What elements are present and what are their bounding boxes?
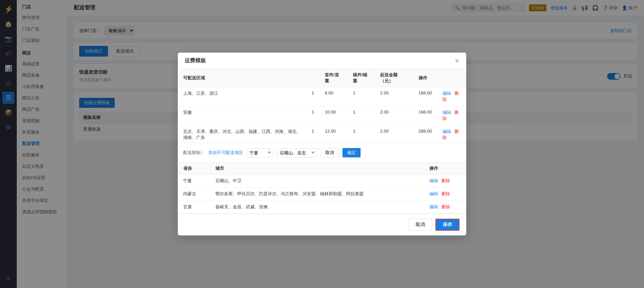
zone-actions-2: 编辑 删除 — [437, 125, 466, 143]
zone-first-2: 12.00 — [319, 125, 347, 143]
zone-qty1-0: 1 — [306, 87, 319, 106]
freight-zones-table-wrapper: 可配送区域 首件/首重 续件/续重 起送金额（元） 操作 上海、江苏、浙江 — [178, 69, 466, 143]
nd-del-btn-0[interactable]: 删除 — [441, 178, 450, 183]
zone-qty2-0: 1 — [347, 87, 375, 106]
modal-overlay: 运费模板 ✕ 可配送区域 首件/首重 续件/续重 起送金额（元） 操作 — [0, 0, 644, 288]
zone-qty1-1: 1 — [306, 106, 319, 125]
col-action — [437, 69, 466, 87]
zone-region-0: 上海、江苏、浙江 — [178, 87, 306, 106]
zone-region-1: 安徽 — [178, 106, 306, 125]
col-region: 可配送区域 — [178, 69, 306, 87]
modal-cancel-btn[interactable]: 取消 — [409, 219, 432, 231]
city-select[interactable]: 石嘴山、吴忠 — [277, 148, 317, 157]
zone-edit-btn-2[interactable]: 编辑 — [442, 129, 451, 134]
zone-add-0: 2.00 — [375, 87, 413, 106]
delivery-limit-row: 配送限制： 添加不可配送地区 宁夏 石嘴山、吴忠 取消 确定 — [178, 143, 466, 163]
nd-city-0: 石嘴山、中卫 — [210, 174, 424, 188]
modal-close-btn[interactable]: ✕ — [454, 58, 460, 64]
nd-col-city: 城市 — [210, 163, 424, 174]
zone-first-0: 8.00 — [319, 87, 347, 106]
zone-qty1-2: 1 — [306, 125, 319, 143]
nd-province-0: 宁夏 — [178, 174, 210, 188]
nd-actions-0: 编辑 删除 — [424, 174, 466, 188]
zone-min-2: 288.00 — [413, 125, 437, 143]
zone-first-1: 10.00 — [319, 106, 347, 125]
col-first: 首件/首重 — [319, 69, 347, 87]
freight-zones-table: 可配送区域 首件/首重 续件/续重 起送金额（元） 操作 上海、江苏、浙江 — [178, 69, 466, 143]
zone-edit-btn-1[interactable]: 编辑 — [442, 110, 451, 115]
nd-del-btn-2[interactable]: 删除 — [441, 204, 450, 209]
zone-qty2-1: 1 — [347, 106, 375, 125]
zone-add-1: 2.00 — [375, 106, 413, 125]
zone-edit-btn-0[interactable]: 编辑 — [442, 91, 451, 96]
zone-actions-1: 编辑 删除 — [437, 106, 466, 125]
nd-actions-2: 编辑 删除 — [424, 201, 466, 214]
modal-body: 可配送区域 首件/首重 续件/续重 起送金额（元） 操作 上海、江苏、浙江 — [178, 69, 466, 214]
zone-qty2-2: 1 — [347, 125, 375, 143]
zone-region-2: 北京、天津、重庆、河北、山西、福建、江西、河南、湖北、湖南、广东 — [178, 125, 306, 143]
col-add: 起送金额（元） — [375, 69, 413, 87]
delivery-limit-label: 配送限制： — [183, 150, 205, 156]
zone-min-1: 198.00 — [413, 106, 437, 125]
nd-edit-btn-2[interactable]: 编辑 — [429, 204, 438, 209]
nd-col-province: 省份 — [178, 163, 210, 174]
table-row: 上海、江苏、浙江 1 8.00 1 2.00 188.00 编辑 删除 — [178, 87, 466, 106]
table-row: 安徽 1 10.00 1 2.00 198.00 编辑 删除 — [178, 106, 466, 125]
modal-header: 运费模板 ✕ — [178, 53, 466, 69]
zone-actions-0: 编辑 删除 — [437, 87, 466, 106]
zone-add-2: 2.00 — [375, 125, 413, 143]
table-row: 内蒙古 鄂尔多斯、呼伦贝尔、巴彦淖尔、乌兰察布、兴安盟、锡林郭勒盟、阿拉善盟 编… — [178, 188, 466, 201]
col-qty1 — [306, 69, 319, 87]
modal-save-btn[interactable]: 保存 — [435, 219, 460, 231]
table-row: 北京、天津、重庆、河北、山西、福建、江西、河南、湖北、湖南、广东 1 12.00… — [178, 125, 466, 143]
nd-col-action: 操作 — [424, 163, 466, 174]
province-select[interactable]: 宁夏 — [247, 148, 273, 157]
table-row: 甘肃 嘉峪关、金昌、武威、张掖 编辑 删除 — [178, 201, 466, 214]
nd-del-btn-1[interactable]: 删除 — [441, 191, 450, 196]
modal-footer: 取消 保存 — [178, 214, 466, 235]
no-delivery-table: 省份 城市 操作 宁夏 石嘴山、中卫 编辑 删除 — [178, 163, 466, 214]
nd-city-1: 鄂尔多斯、呼伦贝尔、巴彦淖尔、乌兰察布、兴安盟、锡林郭勒盟、阿拉善盟 — [210, 188, 424, 201]
delivery-limit-confirm-btn[interactable]: 确定 — [342, 148, 361, 157]
modal-title: 运费模板 — [184, 57, 206, 64]
col-min-order: 操作 — [413, 69, 437, 87]
nd-edit-btn-1[interactable]: 编辑 — [429, 191, 438, 196]
col-qty2: 续件/续重 — [347, 69, 375, 87]
nd-province-2: 甘肃 — [178, 201, 210, 214]
delivery-limit-cancel-btn[interactable]: 取消 — [320, 148, 339, 158]
zone-min-0: 188.00 — [413, 87, 437, 106]
add-region-link[interactable]: 添加不可配送地区 — [208, 150, 243, 156]
nd-province-1: 内蒙古 — [178, 188, 210, 201]
nd-edit-btn-0[interactable]: 编辑 — [429, 178, 438, 183]
table-row: 宁夏 石嘴山、中卫 编辑 删除 — [178, 174, 466, 188]
nd-actions-1: 编辑 删除 — [424, 188, 466, 201]
nd-city-2: 嘉峪关、金昌、武威、张掖 — [210, 201, 424, 214]
freight-modal: 运费模板 ✕ 可配送区域 首件/首重 续件/续重 起送金额（元） 操作 — [178, 53, 466, 235]
